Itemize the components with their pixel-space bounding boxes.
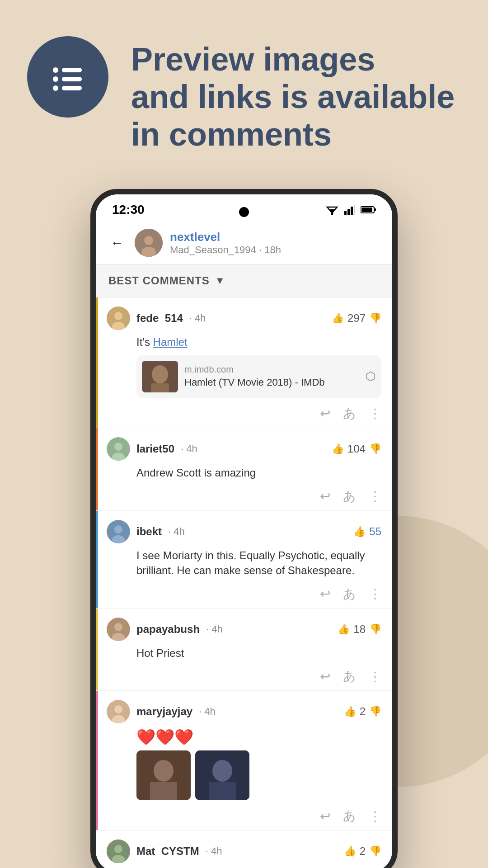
comment-username: maryjayjay <box>136 705 192 718</box>
comment-user-info: fede_514 · 4h <box>107 307 206 330</box>
comment-time: · 4h <box>189 312 206 324</box>
vote-count: 18 <box>353 623 366 636</box>
link-preview[interactable]: m.imdb.com Hamlet (TV Movie 2018) - IMDb… <box>136 355 381 398</box>
bottom-comment-row: Mat_CYSTM · 4h 👍 2 👎 <box>96 830 392 868</box>
reply-button[interactable]: ↩ <box>320 669 330 684</box>
translate-button[interactable]: あ <box>343 405 356 422</box>
comment-bar <box>96 297 98 428</box>
svg-point-26 <box>114 443 122 451</box>
comment-bar <box>96 428 98 510</box>
svg-rect-3 <box>62 77 82 81</box>
comment-time: · 4h <box>199 706 216 717</box>
filter-bar[interactable]: BEST COMMENTS ▼ <box>96 264 392 297</box>
status-icons <box>325 205 376 215</box>
hero-icon-circle <box>27 36 108 118</box>
comment-user-info: ibekt · 4h <box>107 520 185 543</box>
comment-image-1[interactable] <box>136 750 191 800</box>
external-link-icon[interactable]: ⬡ <box>366 369 376 383</box>
vote-count: 297 <box>347 312 366 325</box>
reply-button[interactable]: ↩ <box>320 406 330 421</box>
reply-button[interactable]: ↩ <box>320 809 330 824</box>
hero-title: Preview imagesand links is availablein c… <box>131 41 455 153</box>
comment-actions: ↩ あ ⋮ <box>107 806 381 825</box>
translate-button[interactable]: あ <box>343 585 356 603</box>
comment-body: It's Hamlet <box>107 335 381 350</box>
filter-arrow: ▼ <box>215 275 225 287</box>
svg-point-17 <box>144 236 153 245</box>
comment-username: lariet50 <box>136 443 174 455</box>
app-header: ← nextlevel Mad_Season_1994 · 18h <box>96 222 392 264</box>
vote-count: 2 <box>360 705 366 718</box>
comment-avatar <box>107 307 130 330</box>
comment-header: papayabush · 4h 👍 18 👎 <box>107 618 381 641</box>
comment-link[interactable]: Hamlet <box>153 336 188 348</box>
signal-icon <box>344 205 355 215</box>
bottom-username: Mat_CYSTM <box>136 845 199 858</box>
comment-header: lariet50 · 4h 👍 104 👎 <box>107 437 381 461</box>
translate-button[interactable]: あ <box>343 488 356 505</box>
reply-button[interactable]: ↩ <box>320 586 330 601</box>
comment-item: papayabush · 4h 👍 18 👎 Hot Priest ↩ あ ⋮ <box>96 609 392 691</box>
translate-button[interactable]: あ <box>343 668 356 685</box>
comment-image-2[interactable] <box>195 750 249 800</box>
comment-avatar <box>107 618 130 641</box>
comment-actions: ↩ あ ⋮ <box>107 584 381 603</box>
hero-section: Preview imagesand links is availablein c… <box>0 0 488 180</box>
comment-votes: 👍 18 👎 <box>338 623 381 636</box>
more-button[interactable]: ⋮ <box>369 809 381 824</box>
header-avatar <box>135 229 163 257</box>
battery-icon <box>361 206 376 214</box>
comment-header: maryjayjay · 4h 👍 2 👎 <box>107 700 381 723</box>
svg-rect-11 <box>351 207 353 215</box>
list-icon <box>47 57 88 97</box>
comment-body: Andrew Scott is amazing <box>107 465 381 481</box>
svg-rect-24 <box>151 383 169 392</box>
svg-point-38 <box>154 760 174 782</box>
filter-label: BEST COMMENTS <box>108 274 210 287</box>
comment-time: · 4h <box>206 623 223 635</box>
svg-point-20 <box>114 312 122 320</box>
svg-rect-15 <box>375 208 376 211</box>
more-button[interactable]: ⋮ <box>369 669 381 684</box>
comment-votes: 👍 2 👎 <box>344 705 381 718</box>
comment-user-info: maryjayjay · 4h <box>107 700 216 723</box>
svg-point-35 <box>114 705 122 713</box>
comment-avatar <box>107 520 130 543</box>
comment-time: · 4h <box>181 443 197 455</box>
comment-actions: ↩ あ ⋮ <box>107 486 381 505</box>
svg-point-29 <box>114 525 122 533</box>
vote-count: 55 <box>369 525 381 538</box>
comment-votes: 👍 297 👎 <box>332 312 381 325</box>
header-meta: Mad_Season_1994 · 18h <box>170 244 381 256</box>
comment-actions: ↩ あ ⋮ <box>107 666 381 685</box>
svg-point-0 <box>53 67 58 73</box>
translate-button[interactable]: あ <box>343 807 356 825</box>
more-button[interactable]: ⋮ <box>369 489 381 504</box>
svg-point-44 <box>114 845 122 853</box>
bottom-votes: 👍 2 👎 <box>344 845 381 858</box>
svg-point-32 <box>114 623 122 631</box>
svg-rect-39 <box>150 782 177 800</box>
header-username: nextlevel <box>170 230 381 244</box>
comment-avatar <box>107 437 130 461</box>
comment-item: maryjayjay · 4h 👍 2 👎 ❤️❤️❤️ <box>96 691 392 830</box>
comment-bar <box>96 511 98 608</box>
hero-text: Preview imagesand links is availablein c… <box>131 36 455 153</box>
svg-rect-42 <box>209 782 236 800</box>
comment-bar <box>96 609 98 691</box>
svg-point-8 <box>331 213 333 215</box>
status-time: 12:30 <box>112 203 145 217</box>
bottom-avatar <box>107 840 130 863</box>
back-button[interactable]: ← <box>107 231 127 254</box>
wifi-icon <box>325 205 339 215</box>
comment-username: fede_514 <box>136 312 183 325</box>
more-button[interactable]: ⋮ <box>369 406 381 421</box>
comment-body: I see Moriarty in this. Equally Psychoti… <box>107 548 381 578</box>
svg-rect-12 <box>354 205 355 215</box>
svg-rect-14 <box>361 208 372 212</box>
comment-user-info: lariet50 · 4h <box>107 437 197 461</box>
svg-point-2 <box>53 76 58 82</box>
comment-votes: 👍 104 👎 <box>332 443 381 455</box>
more-button[interactable]: ⋮ <box>369 586 381 601</box>
reply-button[interactable]: ↩ <box>320 489 330 504</box>
